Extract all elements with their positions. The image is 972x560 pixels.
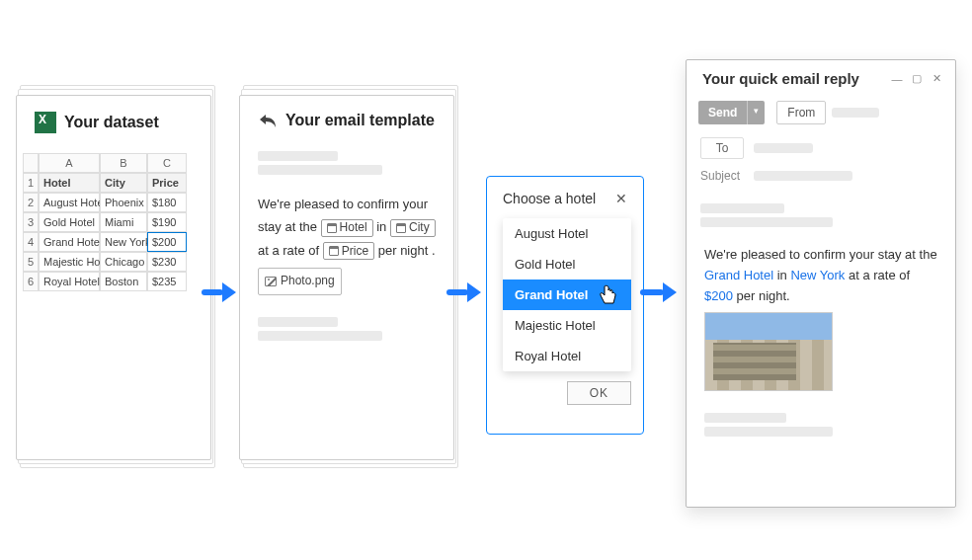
choose-hotel-dialog: Choose a hotel ✕ August HotelGold HotelG… <box>486 176 644 435</box>
placeholder-bar <box>258 317 338 327</box>
cell-hotel[interactable]: Gold Hotel <box>39 212 100 232</box>
excel-icon <box>35 112 56 133</box>
hotel-option[interactable]: Grand Hotel <box>503 280 631 310</box>
cell-hotel[interactable]: Grand Hotel <box>39 232 100 252</box>
close-icon[interactable]: ✕ <box>611 189 631 208</box>
from-value-placeholder <box>832 108 879 118</box>
template-text: per night . <box>378 243 436 258</box>
cell-city[interactable]: Chicago <box>100 252 147 272</box>
send-dropdown-icon[interactable]: ▾ <box>747 101 765 124</box>
hotel-option-list: August HotelGold HotelGrand Hotel Majest… <box>503 218 631 371</box>
col-head: C <box>147 153 187 173</box>
template-text: at a rate of <box>258 243 323 258</box>
price-link[interactable]: $200 <box>704 288 733 303</box>
email-body-text: at a rate of <box>845 268 910 282</box>
hotel-option[interactable]: Gold Hotel <box>503 249 631 280</box>
row-head: 4 <box>23 232 39 252</box>
to-button[interactable]: To <box>700 137 744 159</box>
cell-hotel[interactable]: August Hotel <box>39 193 100 212</box>
placeholder-bar <box>258 151 338 161</box>
template-title: Your email template <box>285 112 435 129</box>
email-reply-window: Your quick email reply — ▢ ✕ Send ▾ From… <box>686 59 956 508</box>
dialog-title: Choose a hotel <box>503 191 596 206</box>
col-head: B <box>100 153 147 173</box>
spreadsheet: ABC1HotelCityPrice2August HotelPhoenix$1… <box>23 153 204 291</box>
row-head: 1 <box>23 173 39 193</box>
header-price: Price <box>147 173 187 193</box>
subject-value-placeholder <box>754 171 852 181</box>
placeholder-bar <box>700 217 833 227</box>
database-icon <box>396 223 406 233</box>
subject-label: Subject <box>700 169 744 183</box>
email-body-text: We're pleased to confirm your stay at th… <box>704 247 937 262</box>
row-head: 3 <box>23 212 39 232</box>
minimize-icon[interactable]: — <box>890 72 904 86</box>
placeholder-bar <box>700 203 784 213</box>
row-head: 6 <box>23 272 39 291</box>
hotel-option[interactable]: Royal Hotel <box>503 341 631 371</box>
cursor-hand-icon <box>598 283 619 310</box>
city-link[interactable]: New York <box>790 268 845 282</box>
field-chip-hotel[interactable]: Hotel <box>321 219 373 237</box>
placeholder-bar <box>704 413 786 423</box>
email-body-text: in <box>773 268 790 282</box>
from-button[interactable]: From <box>776 101 826 124</box>
database-icon <box>327 223 337 233</box>
hotel-photo <box>704 312 833 391</box>
field-chip-city[interactable]: City <box>390 219 436 237</box>
header-city: City <box>100 173 147 193</box>
email-body-text: per night. <box>733 288 790 303</box>
arrow-1 <box>202 282 236 302</box>
placeholder-bar <box>704 427 833 437</box>
cell-city[interactable]: Boston <box>100 272 147 291</box>
dataset-title: Your dataset <box>64 114 159 131</box>
send-button[interactable]: Send ▾ <box>698 101 765 124</box>
cell-price[interactable]: $190 <box>147 212 187 232</box>
hotel-option[interactable]: August Hotel <box>503 218 631 249</box>
maximize-icon[interactable]: ▢ <box>910 72 924 86</box>
hotel-option[interactable]: Majestic Hotel <box>503 310 631 341</box>
template-panel: Your email template We're pleased to con… <box>239 95 454 460</box>
hotel-link[interactable]: Grand Hotel <box>704 268 773 282</box>
close-icon[interactable]: ✕ <box>930 72 943 86</box>
row-head: 5 <box>23 252 39 272</box>
cell-city[interactable]: Phoenix <box>100 193 147 212</box>
cell-city[interactable]: New York <box>100 232 147 252</box>
dataset-panel: Your dataset ABC1HotelCityPrice2August H… <box>16 95 211 460</box>
cell-price[interactable]: $180 <box>147 193 187 212</box>
col-head: A <box>39 153 100 173</box>
window-title: Your quick email reply <box>702 70 859 87</box>
cell-price[interactable]: $200 <box>147 232 187 252</box>
cell-city[interactable]: Miami <box>100 212 147 232</box>
ok-button[interactable]: OK <box>567 381 631 405</box>
arrow-3 <box>640 282 677 302</box>
reply-icon <box>258 113 278 128</box>
photo-attachment-chip[interactable]: Photo.png <box>258 268 342 295</box>
sheet-corner <box>23 153 39 173</box>
cell-price[interactable]: $235 <box>147 272 187 291</box>
placeholder-bar <box>258 165 382 175</box>
field-chip-price[interactable]: Price <box>323 242 374 260</box>
to-value-placeholder <box>754 143 813 153</box>
database-icon <box>329 246 339 256</box>
header-hotel: Hotel <box>39 173 100 193</box>
cell-price[interactable]: $230 <box>147 252 187 272</box>
image-icon <box>265 277 277 286</box>
arrow-2 <box>446 282 481 302</box>
template-text: in <box>376 219 390 234</box>
placeholder-bar <box>258 331 382 341</box>
cell-hotel[interactable]: Majestic Hotel <box>39 252 100 272</box>
cell-hotel[interactable]: Royal Hotel <box>39 272 100 291</box>
row-head: 2 <box>23 193 39 212</box>
